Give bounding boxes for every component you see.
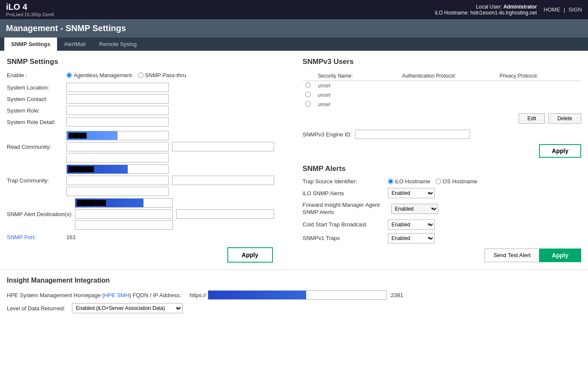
username: Administrator: [503, 4, 537, 10]
read-community-row: Read Community:: [7, 131, 286, 162]
tab-remote-syslog[interactable]: Remote Syslog: [92, 38, 143, 51]
hostname-label: iLO Hostname:: [435, 10, 469, 16]
snmp-settings-panel: SNMP Settings Enable : Agentless Managem…: [7, 58, 286, 263]
hostname: hsln1esxm1-ilo.trghosting.net: [470, 10, 537, 16]
system-location-input[interactable]: [66, 83, 169, 92]
read-community-inputs: [66, 131, 169, 162]
port-suffix: :2381: [389, 292, 403, 298]
snmp-settings-apply-row: Apply: [7, 247, 286, 263]
snmpv3-row-3: unset: [303, 100, 582, 109]
alert-dest-input-2[interactable]: [75, 209, 173, 219]
snmpv3-radio-2[interactable]: [305, 92, 311, 97]
tab-alertmail[interactable]: AlertMail: [57, 38, 92, 51]
nav-home[interactable]: HOME: [544, 6, 560, 13]
alert-dest-input-1[interactable]: [75, 198, 173, 208]
delete-button[interactable]: Delete: [548, 113, 581, 124]
user-label: Local User:: [476, 4, 502, 10]
snmpv3-apply-button[interactable]: Apply: [539, 144, 581, 158]
snmpv3-users-section: SNMPv3 Users Security Name: Authenticati…: [303, 58, 582, 158]
system-role-detail-input[interactable]: [66, 117, 169, 127]
snmpv3-row-2: unset: [303, 90, 582, 100]
brand-block: iLO 4 ProLiant DL360p Gen8: [6, 2, 54, 17]
trap-community-label: Trap Community:: [7, 177, 66, 184]
snmp-port-link[interactable]: SNMP Port:: [7, 234, 66, 240]
alert-dest-inputs: [75, 198, 173, 230]
read-community-extra-1[interactable]: [172, 142, 274, 151]
snmpv3-radio-3[interactable]: [305, 101, 311, 107]
insight-management-section: Insight Management Integration HPE Syste…: [0, 269, 588, 320]
ilo-alerts-label: iLO SNMP Alerts: [303, 190, 388, 197]
col-auth-header: Authentication Protocol:: [399, 71, 497, 81]
alerts-apply-button[interactable]: Apply: [539, 249, 581, 262]
read-community-label: Read Community:: [7, 144, 66, 150]
send-test-alert-button[interactable]: Send Test Alert: [485, 249, 539, 262]
main-columns: SNMP Settings Enable : Agentless Managem…: [0, 51, 588, 269]
col-security-header: Security Name:: [316, 71, 400, 81]
trap-community-input-3[interactable]: [66, 187, 169, 196]
snmpv3-table: Security Name: Authentication Protocol: …: [303, 71, 582, 109]
forward-insight-select[interactable]: Enabled Disabled: [391, 204, 438, 214]
system-role-input[interactable]: [66, 106, 169, 115]
system-role-detail-label: System Role Detail:: [7, 119, 66, 125]
snmpv1-row: SNMPv1 Traps Enabled Disabled ▼: [303, 233, 582, 243]
nav-sep: |: [564, 6, 565, 13]
ilo-alerts-select[interactable]: Enabled Disabled: [388, 188, 435, 198]
alerts-bottom-row: Send Test Alert Apply: [303, 249, 582, 262]
snmp-settings-title: SNMP Settings: [7, 58, 286, 66]
system-location-row: System Location:: [7, 83, 286, 92]
alert-dest-input-3[interactable]: [75, 220, 173, 230]
cold-start-select[interactable]: Enabled Disabled: [388, 220, 435, 230]
tab-snmp-settings[interactable]: SNMP Settings: [4, 38, 57, 51]
col-privacy-header: Privacy Protocol:: [497, 71, 581, 81]
engine-id-input[interactable]: [355, 130, 470, 139]
cold-start-row: Cold Start Trap Broadcast Enabled Disabl…: [303, 220, 582, 230]
system-role-detail-row: System Role Detail:: [7, 117, 286, 127]
level-label: Level of Data Returned:: [7, 305, 65, 312]
snmpv1-label: SNMPv1 Traps: [303, 235, 388, 241]
snmp-port-value: 161: [66, 234, 76, 240]
col-radio-header: [303, 71, 316, 81]
trap-community-extra-1[interactable]: [172, 176, 274, 185]
brand-model: ProLiant DL360p Gen8: [6, 12, 54, 17]
snmp-settings-apply-button[interactable]: Apply: [227, 247, 273, 263]
radio-agentless[interactable]: Agentless Management: [66, 72, 132, 78]
page-title-bar: Management - SNMP Settings: [0, 19, 588, 38]
header: iLO 4 ProLiant DL360p Gen8 Local User: A…: [0, 0, 588, 19]
system-role-row: System Role:: [7, 106, 286, 115]
trap-community-row: Trap Community:: [7, 165, 286, 196]
system-contact-input[interactable]: [66, 94, 169, 104]
engine-id-row: SNMPv3 Engine ID:: [303, 130, 582, 139]
system-contact-label: System Contact:: [7, 96, 66, 102]
snmpv1-select[interactable]: Enabled Disabled: [388, 233, 435, 243]
hpe-fqdn-input[interactable]: [208, 290, 387, 300]
insight-title: Insight Management Integration: [7, 277, 581, 284]
nav-sign[interactable]: SIGN: [568, 6, 582, 13]
trap-community-input-1[interactable]: [66, 165, 169, 174]
tab-bar: SNMP Settings AlertMail Remote Syslog: [0, 38, 588, 51]
trap-os-radio[interactable]: OS Hostname: [436, 178, 478, 185]
alert-dest-extra-1[interactable]: [176, 209, 274, 219]
brand-name: iLO 4: [6, 2, 54, 12]
level-select[interactable]: Enabled (iLO+Server Association Data) Di…: [72, 303, 183, 313]
edit-delete-row: Edit Delete: [303, 113, 582, 124]
snmpv3-radio-1[interactable]: [305, 82, 311, 88]
hpe-smh-row: HPE System Management Homepage (HPE SMH)…: [7, 290, 581, 300]
enable-label: Enable :: [7, 72, 66, 78]
trap-source-label: Trap Source Identifier:: [303, 178, 388, 185]
snmp-port-row: SNMP Port: 161: [7, 234, 286, 240]
read-community-input-2[interactable]: [66, 142, 169, 151]
system-role-label: System Role:: [7, 107, 66, 114]
alert-dest-row: SNMP Alert Destination(s):: [7, 198, 286, 230]
https-prefix: https://: [189, 292, 206, 298]
read-community-input-1[interactable]: [66, 131, 169, 140]
hpe-smh-link[interactable]: HPE SMH: [104, 292, 129, 298]
radio-passthru[interactable]: SNMP Pass-thru: [138, 72, 186, 78]
edit-button[interactable]: Edit: [519, 113, 545, 124]
trap-community-input-2[interactable]: [66, 176, 169, 185]
level-row: Level of Data Returned: Enabled (iLO+Ser…: [7, 303, 581, 313]
ilo-alerts-row: iLO SNMP Alerts Enabled Disabled ▼: [303, 188, 582, 198]
engine-id-label: SNMPv3 Engine ID:: [303, 131, 352, 138]
trap-ilo-radio[interactable]: iLO Hostname: [388, 178, 430, 185]
read-community-input-3[interactable]: [66, 153, 169, 162]
trap-community-inputs: [66, 165, 169, 196]
